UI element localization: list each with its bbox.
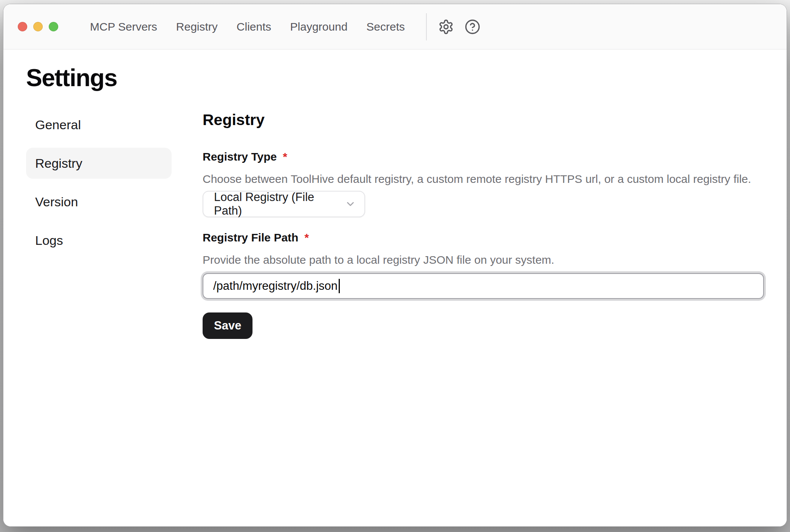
zoom-window-button[interactable]	[49, 22, 58, 31]
help-icon[interactable]	[465, 19, 480, 35]
registry-type-label: Registry Type*	[203, 150, 764, 164]
sidebar-item-logs[interactable]: Logs	[26, 225, 172, 256]
nav-item-mcp-servers[interactable]: MCP Servers	[90, 20, 157, 33]
settings-sidebar: General Registry Version Logs	[26, 109, 172, 256]
titlebar-divider	[426, 13, 427, 40]
nav-item-registry[interactable]: Registry	[176, 20, 218, 33]
registry-settings-panel: Registry Registry Type* Choose between T…	[203, 109, 764, 339]
registry-file-path-description: Provide the absolute path to a local reg…	[203, 253, 764, 267]
titlebar: MCP Servers Registry Clients Playground …	[3, 4, 787, 49]
app-window: MCP Servers Registry Clients Playground …	[3, 4, 787, 527]
save-button[interactable]: Save	[203, 312, 252, 339]
registry-type-select[interactable]: Local Registry (File Path)	[203, 191, 365, 217]
minimize-window-button[interactable]	[33, 22, 43, 31]
text-cursor	[339, 279, 340, 293]
nav-item-secrets[interactable]: Secrets	[366, 20, 405, 33]
nav-item-clients[interactable]: Clients	[237, 20, 271, 33]
registry-file-path-label-text: Registry File Path	[203, 231, 298, 244]
registry-file-path-input[interactable]: /path/myregistry/db.json	[203, 273, 764, 299]
sidebar-item-general[interactable]: General	[26, 109, 172, 140]
page-title: Settings	[26, 64, 764, 92]
gear-icon[interactable]	[438, 19, 454, 35]
registry-file-path-value: /path/myregistry/db.json	[213, 279, 338, 293]
required-asterisk: *	[283, 150, 287, 163]
nav-item-playground[interactable]: Playground	[290, 20, 348, 33]
registry-type-description: Choose between ToolHive default registry…	[203, 172, 764, 186]
required-asterisk: *	[304, 231, 309, 244]
top-navigation: MCP Servers Registry Clients Playground …	[90, 20, 405, 33]
chevron-down-icon	[345, 198, 356, 210]
section-heading: Registry	[203, 111, 764, 129]
registry-type-label-text: Registry Type	[203, 150, 277, 163]
sidebar-item-version[interactable]: Version	[26, 186, 172, 217]
close-window-button[interactable]	[18, 22, 27, 31]
window-controls	[18, 22, 58, 31]
settings-page: Settings General Registry Version Logs R…	[3, 49, 787, 526]
registry-type-selected-value: Local Registry (File Path)	[214, 190, 339, 218]
sidebar-item-registry[interactable]: Registry	[26, 148, 172, 179]
registry-file-path-label: Registry File Path*	[203, 231, 764, 244]
